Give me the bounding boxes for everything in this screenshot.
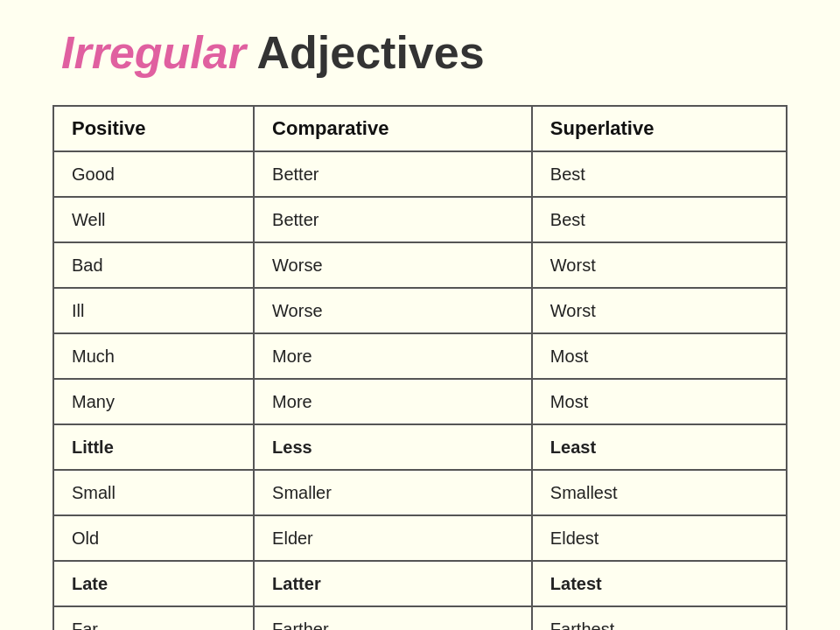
table-cell: Best bbox=[532, 197, 787, 242]
table-row: OldElderEldest bbox=[53, 515, 787, 561]
table-cell: Better bbox=[254, 151, 532, 197]
table-cell: More bbox=[254, 333, 532, 379]
table-row: BadWorseWorst bbox=[53, 242, 787, 288]
table-cell: Good bbox=[53, 151, 254, 197]
table-cell: Less bbox=[254, 424, 532, 470]
table-cell: Better bbox=[254, 197, 532, 242]
table-cell: Farthest bbox=[532, 606, 787, 630]
table-cell: Little bbox=[53, 424, 254, 470]
table-cell: Worse bbox=[254, 288, 532, 333]
table-row: MuchMoreMost bbox=[53, 333, 787, 379]
title-adjectives: Adjectives bbox=[246, 27, 485, 78]
table-cell: Bad bbox=[53, 242, 254, 288]
table-row: ManyMoreMost bbox=[53, 379, 787, 424]
title-irregular: Irregular bbox=[61, 27, 246, 78]
table-cell: Most bbox=[532, 333, 787, 379]
table-row: IllWorseWorst bbox=[53, 288, 787, 333]
table-row: SmallSmallerSmallest bbox=[53, 470, 787, 515]
table-row: LateLatterLatest bbox=[53, 561, 787, 606]
table-cell: Small bbox=[53, 470, 254, 515]
table-row: FarFartherFarthest bbox=[53, 606, 787, 630]
header-row: Positive Comparative Superlative bbox=[53, 106, 787, 151]
table-cell: Ill bbox=[53, 288, 254, 333]
table-row: WellBetterBest bbox=[53, 197, 787, 242]
table-cell: Smallest bbox=[532, 470, 787, 515]
table-header: Positive Comparative Superlative bbox=[53, 106, 787, 151]
adjectives-table: Positive Comparative Superlative GoodBet… bbox=[52, 105, 788, 630]
table-cell: Smaller bbox=[254, 470, 532, 515]
header-positive: Positive bbox=[53, 106, 254, 151]
table-cell: Latest bbox=[532, 561, 787, 606]
table-cell: Least bbox=[532, 424, 787, 470]
table-cell: Many bbox=[53, 379, 254, 424]
table-cell: Best bbox=[532, 151, 787, 197]
table-cell: Well bbox=[53, 197, 254, 242]
table-cell: Worst bbox=[532, 288, 787, 333]
table-cell: Latter bbox=[254, 561, 532, 606]
table-cell: Eldest bbox=[532, 515, 787, 561]
table-cell: Worse bbox=[254, 242, 532, 288]
table-cell: Worst bbox=[532, 242, 787, 288]
table-row: LittleLessLeast bbox=[53, 424, 787, 470]
table-row: GoodBetterBest bbox=[53, 151, 787, 197]
table-cell: Most bbox=[532, 379, 787, 424]
table-cell: Elder bbox=[254, 515, 532, 561]
table-cell: Farther bbox=[254, 606, 532, 630]
table-cell: Far bbox=[53, 606, 254, 630]
table-body: GoodBetterBestWellBetterBestBadWorseWors… bbox=[53, 151, 787, 630]
table-cell: Late bbox=[53, 561, 254, 606]
table-cell: Much bbox=[53, 333, 254, 379]
title-container: Irregular Adjectives bbox=[52, 26, 788, 79]
header-comparative: Comparative bbox=[254, 106, 532, 151]
table-cell: More bbox=[254, 379, 532, 424]
table-cell: Old bbox=[53, 515, 254, 561]
header-superlative: Superlative bbox=[532, 106, 787, 151]
